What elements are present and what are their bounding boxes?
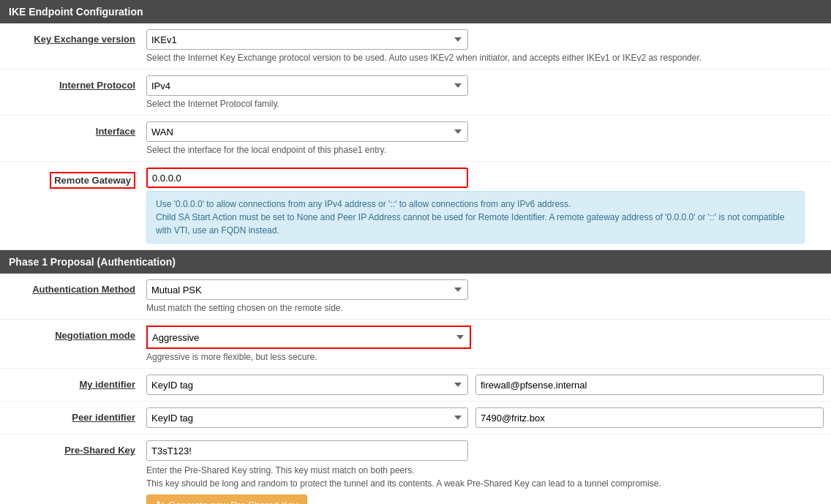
- key-exchange-select[interactable]: IKEv1 IKEv2 Auto: [146, 29, 468, 50]
- pre-shared-key-label: Pre-Shared Key: [7, 440, 146, 456]
- interface-help: Select the interface for the local endpo…: [146, 145, 824, 155]
- pre-shared-key-row: Pre-Shared Key Enter the Pre-Shared Key …: [0, 435, 831, 504]
- my-identifier-label: My identifier: [7, 375, 146, 390]
- my-identifier-row: My identifier KeyID tag My IP address IP…: [0, 369, 831, 402]
- negotiation-mode-select[interactable]: Aggressive Main: [148, 327, 470, 347]
- negotiation-mode-help: Aggressive is more flexible, but less se…: [146, 352, 824, 362]
- psk-help: Enter the Pre-Shared Key string. This ke…: [146, 464, 824, 490]
- phase1-section-header: Phase 1 Proposal (Authentication): [0, 250, 831, 274]
- remote-gateway-row: Remote Gateway Use '0.0.0.0' to allow co…: [0, 162, 831, 250]
- peer-identifier-inputs: KeyID tag Peer IP address IP address Dis…: [146, 407, 824, 428]
- page-wrapper: IKE Endpoint Configuration Key Exchange …: [0, 0, 831, 504]
- generate-psk-button[interactable]: ↻ Generate new Pre Shared Key: [146, 494, 307, 504]
- generate-psk-label: Generate new Pre Shared Key: [168, 500, 298, 505]
- ike-section-header: IKE Endpoint Configuration: [0, 0, 831, 23]
- auth-method-help: Must match the setting chosen on the rem…: [146, 303, 824, 313]
- psk-help-line2: This key should be long and random to pr…: [146, 478, 661, 489]
- remote-gateway-input[interactable]: [146, 168, 468, 188]
- key-exchange-label: Key Exchange version: [7, 29, 146, 45]
- negotiation-mode-label: Negotiation mode: [55, 330, 135, 341]
- peer-identifier-label: Peer identifier: [7, 407, 146, 423]
- auth-method-row: Authentication Method Mutual PSK Mutual …: [0, 274, 831, 320]
- psk-help-line1: Enter the Pre-Shared Key string. This ke…: [146, 465, 415, 475]
- refresh-icon: ↻: [156, 499, 165, 504]
- auth-method-content: Mutual PSK Mutual RSA EAP-TLS Must match…: [146, 279, 824, 313]
- remote-gateway-label-cell: Remote Gateway: [7, 168, 146, 189]
- key-exchange-row: Key Exchange version IKEv1 IKEv2 Auto Se…: [0, 23, 831, 69]
- negotiation-mode-border: Aggressive Main: [146, 326, 471, 349]
- internet-protocol-label: Internet Protocol: [7, 75, 146, 91]
- interface-row: Interface WAN LAN Select the interface f…: [0, 116, 831, 162]
- remote-gateway-info: Use '0.0.0.0' to allow connections from …: [146, 191, 805, 244]
- key-exchange-content: IKEv1 IKEv2 Auto Select the Internet Key…: [146, 29, 824, 63]
- remote-gateway-content: Use '0.0.0.0' to allow connections from …: [146, 168, 824, 244]
- my-identifier-inputs: KeyID tag My IP address IP address Disti…: [146, 375, 824, 395]
- key-exchange-help: Select the Internet Key Exchange protoco…: [146, 53, 824, 63]
- remote-gateway-label: Remote Gateway: [50, 172, 135, 189]
- peer-identifier-content: KeyID tag Peer IP address IP address Dis…: [146, 407, 824, 428]
- negotiation-mode-content: Aggressive Main Aggressive is more flexi…: [146, 326, 824, 362]
- peer-identifier-type-select[interactable]: KeyID tag Peer IP address IP address Dis…: [146, 407, 468, 428]
- interface-content: WAN LAN Select the interface for the loc…: [146, 121, 824, 155]
- auth-method-label: Authentication Method: [7, 279, 146, 295]
- internet-protocol-row: Internet Protocol IPv4 IPv6 Select the I…: [0, 69, 831, 116]
- peer-identifier-row: Peer identifier KeyID tag Peer IP addres…: [0, 402, 831, 435]
- negotiation-mode-row: Negotiation mode Aggressive Main Aggress…: [0, 320, 831, 369]
- internet-protocol-select[interactable]: IPv4 IPv6: [146, 75, 468, 96]
- interface-label: Interface: [7, 121, 146, 137]
- auth-method-select[interactable]: Mutual PSK Mutual RSA EAP-TLS: [146, 279, 468, 300]
- internet-protocol-help: Select the Internet Protocol family.: [146, 99, 824, 109]
- internet-protocol-content: IPv4 IPv6 Select the Internet Protocol f…: [146, 75, 824, 109]
- my-identifier-value-input[interactable]: [475, 375, 824, 395]
- pre-shared-key-content: Enter the Pre-Shared Key string. This ke…: [146, 440, 824, 504]
- remote-gateway-info-text: Use '0.0.0.0' to allow connections from …: [156, 199, 784, 236]
- my-identifier-content: KeyID tag My IP address IP address Disti…: [146, 375, 824, 395]
- pre-shared-key-input[interactable]: [146, 440, 468, 461]
- interface-select[interactable]: WAN LAN: [146, 121, 468, 142]
- negotiation-mode-label-cell: Negotiation mode: [7, 326, 146, 341]
- my-identifier-type-select[interactable]: KeyID tag My IP address IP address Disti…: [146, 375, 468, 395]
- peer-identifier-value-input[interactable]: [475, 407, 824, 428]
